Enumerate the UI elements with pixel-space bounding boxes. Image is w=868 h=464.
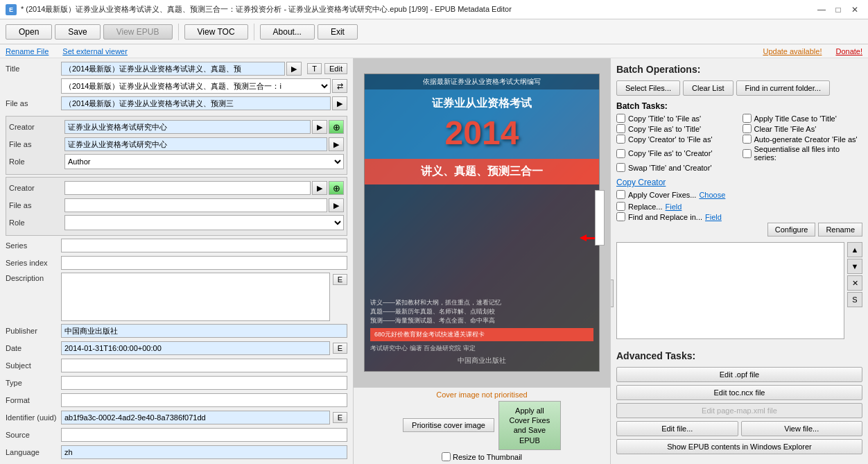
creator1-file-as-input[interactable] [64,137,327,151]
list-x-btn[interactable]: ✕ [847,275,862,291]
subject-input[interactable] [61,359,347,372]
task1-checkbox[interactable] [616,114,625,123]
edit-file-button[interactable]: Edit file... [616,421,738,436]
source-input[interactable] [61,428,347,442]
task2-checkbox[interactable] [616,124,625,133]
apply-cover-row: Apply Cover Fixes... Choose [616,190,862,199]
close-button[interactable]: ✕ [847,3,862,16]
creator2-add-btn[interactable]: ⊕ [329,181,344,195]
save-button[interactable]: Save [55,24,100,40]
donate-link[interactable]: Donate! [835,47,862,55]
creator1-name-input[interactable] [64,120,311,134]
edit-page-map-button[interactable]: Edit page-map.xml file [616,403,862,418]
update-available-link[interactable]: Update available! [763,47,822,55]
app-icon: E [6,4,17,15]
creator1-file-as-label: File as [9,140,64,148]
list-scroll-up-btn[interactable]: ▲ [847,242,862,257]
creator2-role-select[interactable] [64,215,344,230]
creator2-file-as-input[interactable] [64,198,327,212]
creator2-arrow-btn[interactable]: ▶ [312,181,327,195]
task9-checkbox[interactable] [743,124,752,133]
apply-cover-label: Apply Cover Fixes... [628,191,696,199]
creator1-add-btn[interactable]: ⊕ [329,120,344,134]
less-button[interactable]: < [610,280,614,307]
series-index-label: Series index [6,259,61,267]
list-s-btn[interactable]: S [847,292,862,307]
language-input[interactable] [61,445,347,459]
creator2-name-input[interactable] [64,181,311,195]
title-edit-btn[interactable]: T [307,63,322,74]
date-edit-btn[interactable]: E [333,343,347,354]
edit-opf-button[interactable]: Edit .opf file [616,367,862,382]
creator1-role-select[interactable]: Author [64,154,344,169]
creator1-arrow-btn[interactable]: ▶ [312,120,327,134]
description-edit-btn[interactable]: E [333,274,347,285]
view-epub-button[interactable]: View EPUB [103,24,173,40]
language-label: Language [6,448,61,456]
configure-button[interactable]: Configure [767,223,816,237]
resize-thumbnail-checkbox[interactable] [442,452,451,461]
view-toc-button[interactable]: View TOC [184,24,248,40]
apply-cover-checkbox[interactable] [616,190,625,199]
creator1-label: Creator [9,123,64,131]
book-subtitle: 讲义、真题、预测三合一 [365,159,599,184]
maximize-button[interactable]: □ [831,3,846,16]
book-promo: 680元好价教育财金考试快速通关课程卡 [370,328,593,341]
toolbar-separator2 [254,24,254,40]
find-replace-checkbox[interactable] [616,212,625,221]
apply-all-cover-button[interactable]: Apply all Cover Fixes and Save EPUB [498,401,561,450]
format-row: Format [6,393,347,408]
open-button[interactable]: Open [6,24,52,40]
title-link-btn[interactable]: Edit [324,63,347,74]
field-link2[interactable]: Field [705,213,722,221]
exit-button[interactable]: Exit [318,24,358,40]
clear-list-button[interactable]: Clear List [683,80,733,96]
title-input[interactable] [61,62,285,76]
task11-checkbox[interactable] [743,149,752,158]
creator1-file-as-arrow-btn[interactable]: ▶ [329,137,344,151]
format-input[interactable] [61,393,347,407]
task4-checkbox[interactable] [616,149,625,158]
identifier-input[interactable] [61,411,330,424]
file-as-arrow-btn[interactable]: ▶ [332,96,347,110]
date-input[interactable] [61,341,330,355]
list-scroll-down-btn[interactable]: ▼ [847,259,862,274]
file-as-input[interactable] [61,96,331,110]
list-side-buttons: ▲ ▼ ✕ S [847,242,862,345]
replace-checkbox[interactable] [616,202,625,211]
set-external-viewer-link[interactable]: Set external viewer [62,47,128,55]
select-files-button[interactable]: Select Files... [616,80,680,96]
choose-link[interactable]: Choose [699,191,725,199]
description-textarea[interactable] [61,273,330,321]
field-link1[interactable]: Field [666,203,682,211]
find-in-folder-button[interactable]: Find in current folder... [736,80,830,96]
creator1-file-as-row: File as ▶ [9,137,344,152]
edit-ncx-button[interactable]: Edit toc.ncx file [616,385,862,400]
title-dropdown[interactable]: （2014最新版）证券业从业资格考试讲义、真题、预测三合一：i [61,78,331,94]
title-swap-btn[interactable]: ⇄ [332,79,347,93]
creator1-section: Creator ▶ ⊕ File as ▶ Role Author [6,116,347,175]
task3-checkbox[interactable] [616,135,625,144]
prioritise-cover-button[interactable]: Prioritise cover image [403,418,494,432]
about-button[interactable]: About... [260,24,315,40]
title-label: Title [6,65,61,73]
task10-checkbox[interactable] [743,135,752,144]
series-index-input[interactable] [61,256,347,270]
find-replace-row: Find and Replace in... Field [616,212,862,221]
advanced-section: Advanced Tasks: Edit .opf file Edit toc.… [616,350,862,454]
rename-file-link[interactable]: Rename File [6,47,49,55]
creator2-file-as-arrow-btn[interactable]: ▶ [329,198,344,212]
view-file-button[interactable]: View file... [741,421,863,436]
minimize-button[interactable]: — [814,3,829,16]
task8-checkbox[interactable] [743,114,752,123]
identifier-edit-btn[interactable]: E [333,412,347,423]
show-epub-button[interactable]: Show EPUB contents in Windows Explorer [616,439,862,454]
type-input[interactable] [61,376,347,390]
rename-button[interactable]: Rename [818,223,862,237]
title-arrow-btn[interactable]: ▶ [286,62,302,76]
publisher-input[interactable] [61,324,347,338]
series-input[interactable] [61,239,347,252]
task5-checkbox[interactable] [616,163,625,172]
copy-creator-link[interactable]: Copy Creator [616,178,666,187]
batch-tasks-label: Batch Tasks: [616,101,862,111]
